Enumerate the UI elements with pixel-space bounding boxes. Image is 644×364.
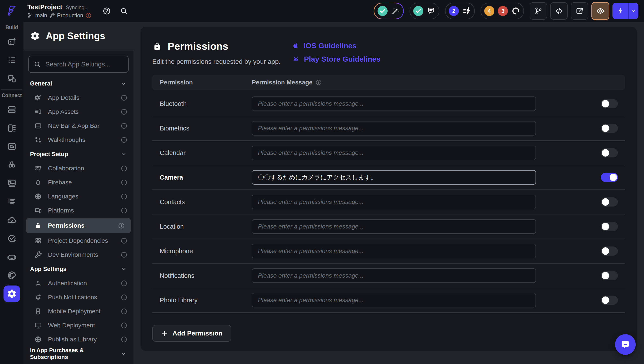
support-chat-button[interactable] [615,334,636,355]
preview-button[interactable] [592,2,610,20]
rail-item-ai-agents[interactable] [7,248,17,266]
branch-name[interactable]: main [35,12,47,19]
flutterflow-logo[interactable] [0,4,24,18]
rail-item-tests[interactable] [7,229,17,248]
permission-name: Notifications [152,272,252,279]
rail-item-theme[interactable] [7,266,17,285]
info-icon[interactable] [121,109,127,115]
environment-name[interactable]: Production [57,12,83,19]
info-icon[interactable] [121,237,127,244]
rail-item-database[interactable] [7,100,17,119]
issues-status-pill[interactable]: 4 3 [480,3,524,19]
people-icon [34,165,42,172]
add-permission-button[interactable]: Add Permission [152,325,231,342]
permission-row-bluetooth: Bluetooth [152,92,625,116]
info-icon[interactable] [118,222,125,229]
help-icon[interactable] [103,7,111,15]
rail-item-components[interactable] [7,69,17,88]
sidebar-item-app-assets[interactable]: App Assets [24,105,134,119]
rail-item-api-calls[interactable] [7,156,17,174]
rail-item-widget-tree[interactable] [7,51,17,69]
sidebar-item-push-notifications[interactable]: Push Notifications [24,290,134,304]
permission-message-input[interactable] [252,97,536,111]
sidebar-item-platforms[interactable]: Platforms [24,203,134,217]
sidebar-item-app-details[interactable]: App Details [24,91,134,105]
sidebar-item-languages[interactable]: Languages [24,189,134,203]
info-icon[interactable] [121,123,127,129]
info-icon[interactable] [316,79,322,86]
section-general[interactable]: General [24,76,134,91]
rail-item-files[interactable] [7,137,17,156]
comments-status-pill[interactable] [410,3,439,19]
run-button[interactable] [612,3,638,19]
permission-name: Photo Library [152,297,252,304]
sidebar-item-mobile-deployment[interactable]: Mobile Deployment [24,304,134,318]
sidebar-item-collaboration[interactable]: Collaboration [24,161,134,175]
info-icon[interactable] [121,251,127,258]
sidebar-item-project-dependencies[interactable]: Project Dependencies [24,234,134,248]
rail-item-app-text[interactable] [7,193,17,211]
info-icon[interactable] [121,322,127,329]
actions-status-pill[interactable]: 2 [445,3,475,19]
rail-item-media-assets[interactable] [7,174,17,193]
permission-toggle[interactable] [601,148,618,157]
permission-message-input[interactable] [252,170,536,185]
play-store-guidelines-link[interactable]: Play Store Guidelines [292,55,380,63]
search-input[interactable] [45,60,130,68]
sidebar-item-firebase[interactable]: Firebase [24,175,134,189]
permission-message-input[interactable] [252,244,536,258]
sidebar-item-publish-as-library[interactable]: Publish as Library [24,332,134,346]
permission-toggle[interactable] [601,296,618,305]
sidebar-search[interactable] [28,56,128,73]
search-icon[interactable] [120,7,128,15]
permission-message-input[interactable] [252,293,536,307]
info-icon[interactable] [121,294,127,301]
branch-button[interactable] [530,2,547,20]
permission-name: Contacts [152,198,252,206]
section-in-app-purchases[interactable]: In App Purchases & Subscriptions [24,346,134,361]
info-icon[interactable] [121,95,127,101]
info-icon[interactable] [121,207,127,214]
section-app-settings[interactable]: App Settings [24,262,134,276]
open-external-button[interactable] [571,2,588,20]
permission-toggle[interactable] [601,99,618,108]
info-icon[interactable] [121,179,127,186]
rail-item-pages[interactable] [7,33,17,51]
view-code-button[interactable] [550,2,568,20]
sidebar-item-dev-environments[interactable]: Dev Environments [24,248,134,262]
info-icon[interactable] [121,280,127,287]
section-project-setup[interactable]: Project Setup [24,147,134,161]
review-status-pill[interactable] [374,3,404,19]
gear-icon [30,31,40,41]
permission-toggle[interactable] [601,271,618,280]
permission-toggle[interactable] [601,246,618,256]
sidebar-item-nav-bar-app-bar[interactable]: Nav Bar & App Bar [24,119,134,133]
info-icon[interactable] [121,137,127,143]
sidebar-item-permissions[interactable]: Permissions [26,218,131,233]
permission-toggle[interactable] [601,197,618,207]
project-name[interactable]: TestProject [28,4,62,11]
rail-item-cloud-functions[interactable] [7,211,17,229]
info-icon[interactable] [121,308,127,315]
permission-message-input[interactable] [252,121,536,136]
info-icon[interactable] [121,193,127,200]
rail-item-settings-active[interactable] [4,285,20,303]
rail-item-data-types[interactable] [7,119,17,137]
info-icon[interactable] [121,336,127,343]
ios-guidelines-link[interactable]: iOS Guidelines [292,41,380,50]
environment-alert-icon[interactable] [86,13,91,19]
chat-smile-icon [620,339,631,350]
permission-message-input[interactable] [252,146,536,160]
permission-toggle[interactable] [601,124,618,133]
info-icon[interactable] [121,165,127,172]
run-options-chevron[interactable] [629,8,638,14]
sidebar-item-web-deployment[interactable]: Web Deployment [24,318,134,332]
permission-message-input[interactable] [252,195,536,209]
permission-toggle[interactable] [601,173,618,182]
permission-toggle[interactable] [601,222,618,231]
wrench-icon [34,251,42,258]
sidebar-item-walkthroughs[interactable]: Walkthroughs [24,133,134,147]
sidebar-item-authentication[interactable]: Authentication [24,276,134,290]
permission-message-input[interactable] [252,219,536,234]
permission-message-input[interactable] [252,268,536,283]
